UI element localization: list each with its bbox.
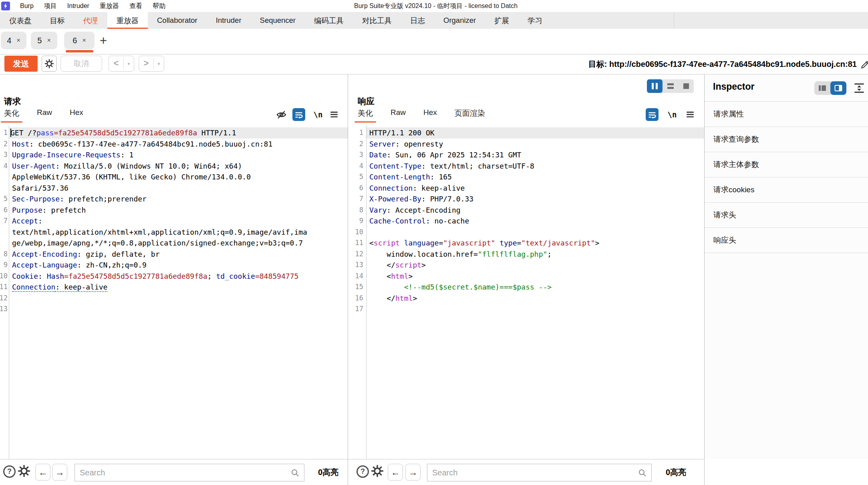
- show-newlines-button[interactable]: \n: [666, 108, 679, 121]
- editor-menu-button[interactable]: [684, 108, 697, 121]
- code-line[interactable]: 7X-Powered-By: PHP/7.0.33: [348, 193, 704, 205]
- code-line[interactable]: text/html,application/xhtml+xml,applicat…: [0, 227, 348, 238]
- cancel-button[interactable]: 取消: [60, 56, 102, 72]
- code-line[interactable]: 3Upgrade-Insecure-Requests: 1: [0, 149, 348, 161]
- help-icon[interactable]: ?: [356, 465, 369, 478]
- next-match-button[interactable]: →: [52, 464, 67, 481]
- code-line[interactable]: 10Cookie: Hash=fa25e54758d5d5c1927781a6e…: [0, 271, 348, 282]
- dock-right-button[interactable]: [830, 81, 846, 95]
- code-line[interactable]: Safari/537.36: [0, 183, 348, 194]
- code-line[interactable]: 11<script language="javascript" type="te…: [348, 237, 704, 249]
- code-line[interactable]: 7Accept:: [0, 215, 348, 227]
- tab-学习[interactable]: 学习: [518, 12, 552, 29]
- response-tab-美化[interactable]: 美化: [358, 108, 373, 123]
- dock-left-button[interactable]: [814, 81, 830, 95]
- search-input[interactable]: [427, 464, 651, 481]
- code-line[interactable]: ge/webp,image/apng,*/*;q=0.8,application…: [0, 237, 348, 249]
- code-line[interactable]: 4User-Agent: Mozilla/5.0 (Windows NT 10.…: [0, 161, 348, 172]
- request-tab-美化[interactable]: 美化: [4, 108, 19, 123]
- previous-match-button[interactable]: ←: [388, 464, 403, 481]
- code-line[interactable]: 3Date: Sun, 06 Apr 2025 12:54:31 GMT: [348, 149, 704, 161]
- code-line[interactable]: 1GET /?pass=fa25e54758d5d5c1927781a6ede8…: [0, 127, 348, 139]
- show-newlines-button[interactable]: \n: [312, 108, 324, 121]
- code-line[interactable]: 2Server: openresty: [348, 139, 704, 150]
- word-wrap-button[interactable]: [646, 108, 659, 121]
- layout-columns-button[interactable]: [647, 79, 663, 93]
- next-match-button[interactable]: →: [405, 464, 421, 481]
- code-line[interactable]: 15 <!--md5($secret.$name)===$pass -->: [348, 282, 704, 293]
- menu-item-Burp[interactable]: Burp: [15, 2, 39, 10]
- code-line[interactable]: 4Content-Type: text/html; charset=UTF-8: [348, 161, 704, 172]
- menu-item-重放器[interactable]: 重放器: [95, 2, 124, 10]
- inspector-section-请求查询参数[interactable]: 请求查询参数: [705, 127, 868, 152]
- edit-target-icon[interactable]: [860, 59, 868, 70]
- tab-Collaborator[interactable]: Collaborator: [148, 12, 207, 29]
- close-icon[interactable]: ×: [82, 37, 86, 44]
- response-tab-Hex[interactable]: Hex: [423, 108, 437, 123]
- editor-menu-button[interactable]: [328, 108, 340, 121]
- code-line[interactable]: 11Connection: keep-alive: [0, 282, 348, 293]
- inspector-divider[interactable]: [704, 74, 705, 485]
- search-settings-button[interactable]: [18, 465, 30, 477]
- code-line[interactable]: 14 <html>: [348, 271, 704, 282]
- help-icon[interactable]: ?: [3, 465, 16, 478]
- send-settings-button[interactable]: [42, 56, 57, 72]
- new-tab-button[interactable]: +: [100, 32, 107, 50]
- code-line[interactable]: 9Cache-Control: no-cache: [348, 215, 704, 227]
- code-line[interactable]: 12: [0, 293, 348, 304]
- tab-Organizer[interactable]: Organizer: [434, 12, 485, 29]
- code-line[interactable]: 13: [0, 304, 348, 315]
- expand-collapse-all-icon[interactable]: [854, 83, 865, 94]
- inspector-section-响应头[interactable]: 响应头: [705, 228, 868, 253]
- tab-Intruder[interactable]: Intruder: [207, 12, 251, 29]
- menu-item-帮助[interactable]: 帮助: [147, 2, 171, 10]
- tab-目标[interactable]: 目标: [41, 12, 74, 29]
- tab-编码工具[interactable]: 编码工具: [305, 12, 353, 29]
- code-line[interactable]: 9Accept-Language: zh-CN,zh;q=0.9: [0, 260, 348, 271]
- search-input[interactable]: [75, 464, 304, 481]
- menu-item-项目[interactable]: 项目: [39, 2, 62, 10]
- code-line[interactable]: 13 </script>: [348, 260, 704, 271]
- code-line[interactable]: 16 </html>: [348, 293, 704, 304]
- close-icon[interactable]: ×: [16, 37, 20, 44]
- code-line[interactable]: 8Vary: Accept-Encoding: [348, 205, 704, 216]
- layout-single-button[interactable]: [678, 79, 694, 93]
- response-tab-Raw[interactable]: Raw: [391, 108, 406, 123]
- code-line[interactable]: 6Connection: keep-alive: [348, 183, 704, 194]
- back-button[interactable]: < ▼: [109, 56, 134, 72]
- code-line[interactable]: 5Content-Length: 165: [348, 171, 704, 183]
- inspector-section-请求属性[interactable]: 请求属性: [705, 102, 868, 127]
- previous-match-button[interactable]: ←: [35, 464, 50, 481]
- send-button[interactable]: 发送: [4, 56, 38, 72]
- tab-日志[interactable]: 日志: [401, 12, 434, 29]
- menu-item-查看[interactable]: 查看: [124, 2, 147, 10]
- close-icon[interactable]: ×: [47, 37, 50, 44]
- code-line[interactable]: AppleWebKit/537.36 (KHTML, like Gecko) C…: [0, 171, 348, 183]
- response-editor[interactable]: 1HTTP/1.1 200 OK2Server: openresty3Date:…: [348, 125, 704, 459]
- tab-扩展[interactable]: 扩展: [485, 12, 518, 29]
- inspector-section-请求cookies[interactable]: 请求cookies: [705, 177, 868, 203]
- repeater-tab-4[interactable]: 4×: [1, 32, 26, 49]
- code-line[interactable]: 5Sec-Purpose: prefetch;prerender: [0, 193, 348, 205]
- word-wrap-button[interactable]: [292, 108, 305, 121]
- chevron-down-icon[interactable]: ▼: [124, 62, 134, 66]
- tab-仪表盘[interactable]: 仪表盘: [0, 12, 41, 29]
- tab-对比工具[interactable]: 对比工具: [353, 12, 401, 29]
- code-line[interactable]: 17: [348, 304, 704, 315]
- request-tab-Hex[interactable]: Hex: [70, 108, 83, 123]
- code-line[interactable]: 6Purpose: prefetch: [0, 205, 348, 216]
- tab-代理[interactable]: 代理: [74, 12, 107, 29]
- request-tab-Raw[interactable]: Raw: [37, 108, 52, 123]
- repeater-tab-5[interactable]: 5×: [31, 32, 57, 49]
- search-settings-button[interactable]: [371, 465, 384, 477]
- panel-divider[interactable]: [348, 74, 348, 485]
- request-editor[interactable]: 1GET /?pass=fa25e54758d5d5c1927781a6ede8…: [0, 125, 348, 459]
- layout-rows-button[interactable]: [663, 79, 678, 93]
- response-tab-页面渲染[interactable]: 页面渲染: [455, 108, 485, 123]
- code-line[interactable]: 2Host: cbe0695c-f137-47ee-a477-7a645484b…: [0, 139, 348, 150]
- code-line[interactable]: 8Accept-Encoding: gzip, deflate, br: [0, 249, 348, 260]
- inspector-section-请求主体参数[interactable]: 请求主体参数: [705, 152, 868, 177]
- code-line[interactable]: 10: [348, 227, 704, 238]
- repeater-tab-6[interactable]: 6×: [64, 32, 95, 49]
- tab-重放器[interactable]: 重放器: [107, 12, 148, 29]
